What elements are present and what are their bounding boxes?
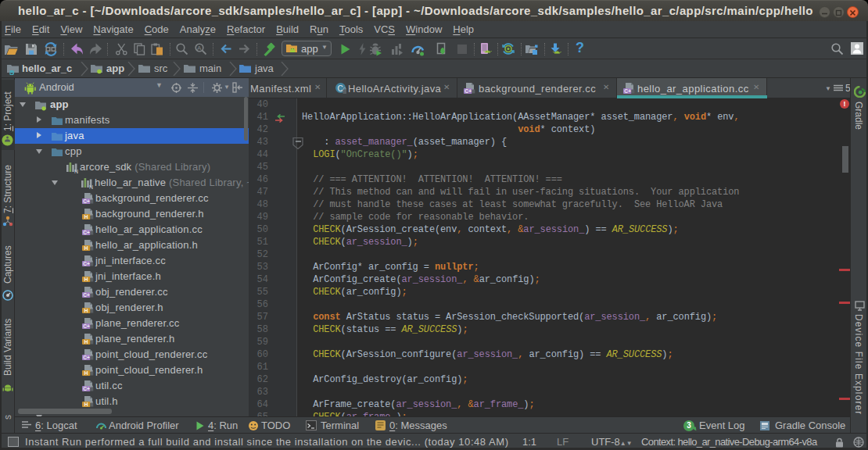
svg-text:C+: C+: [83, 230, 90, 235]
svg-text:C+: C+: [83, 292, 90, 298]
svg-text:H: H: [84, 214, 88, 220]
svg-text:C+: C+: [464, 88, 472, 94]
svg-text:N: N: [74, 169, 78, 173]
svg-text:N: N: [89, 184, 93, 189]
svg-text:C: C: [338, 84, 344, 93]
svg-text:H: H: [84, 308, 88, 313]
svg-text:C+: C+: [624, 88, 631, 94]
svg-text:H: H: [84, 402, 88, 407]
svg-text:C+: C+: [83, 261, 90, 266]
svg-text:H: H: [84, 370, 88, 376]
svg-text:C+: C+: [83, 355, 90, 360]
svg-text:C+: C+: [83, 386, 90, 391]
svg-text:C+: C+: [83, 323, 90, 329]
svg-text:C+: C+: [83, 198, 90, 204]
svg-text:A: A: [197, 45, 202, 52]
svg-text:H: H: [84, 277, 88, 282]
svg-text:H: H: [84, 339, 88, 345]
svg-text:H: H: [84, 245, 88, 251]
